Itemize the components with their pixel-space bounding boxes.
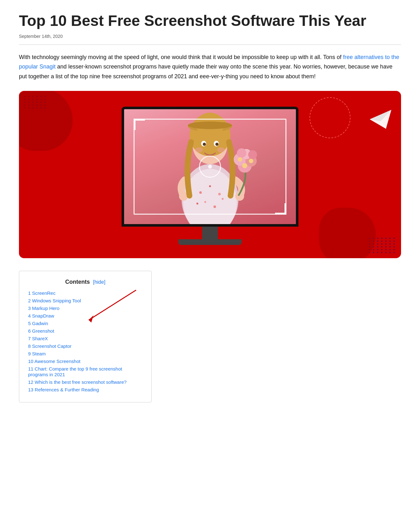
list-item: 11 Chart: Compare the top 9 free screens…	[28, 366, 142, 377]
list-item: 10 Awesome Screenshot	[28, 359, 142, 364]
list-item: 4 SnapDraw	[28, 313, 142, 319]
list-item: 8 Screenshot Captor	[28, 343, 142, 349]
contents-title-text: Contents	[65, 279, 90, 285]
monitor-base	[178, 239, 242, 245]
hero-banner	[19, 91, 401, 258]
list-item: 5 Gadwin	[28, 321, 142, 326]
monitor-neck	[202, 227, 218, 239]
contents-header: Contents [hide]	[28, 279, 142, 285]
contents-link-8[interactable]: 8 Screenshot Captor	[28, 343, 72, 349]
contents-link-3[interactable]: 3 Markup Hero	[28, 306, 59, 311]
monitor-camera-dot	[208, 226, 212, 227]
contents-hide-link[interactable]: [hide]	[93, 279, 105, 285]
monitor-stand	[122, 227, 298, 245]
intro-text-part1: With technology seemingly moving at the …	[19, 54, 343, 60]
list-item: 13 References & Further Reading	[28, 387, 142, 393]
monitor-screen	[122, 107, 298, 227]
contents-link-4[interactable]: 4 SnapDraw	[28, 313, 54, 318]
list-item: 7 ShareX	[28, 336, 142, 342]
list-item: 12 Which is the best free screenshot sof…	[28, 379, 142, 385]
contents-link-6[interactable]: 6 Greenshot	[28, 328, 54, 334]
contents-link-9[interactable]: 9 Steam	[28, 351, 46, 356]
screen-content	[124, 109, 296, 224]
contents-link-2[interactable]: 2 Windows Snipping Tool	[28, 298, 81, 303]
contents-link-5[interactable]: 5 Gadwin	[28, 321, 48, 326]
list-item: 6 Greenshot	[28, 328, 142, 334]
contents-link-13[interactable]: 13 References & Further Reading	[28, 387, 99, 392]
list-item: 2 Windows Snipping Tool	[28, 298, 142, 304]
list-item: 9 Steam	[28, 351, 142, 357]
article-date: September 14th, 2020	[19, 34, 401, 45]
monitor-bottom-bezel	[124, 224, 296, 227]
intro-text-part2: and lesser-known screenshot programs hav…	[19, 63, 393, 80]
target-circle	[199, 156, 221, 178]
contents-box: Contents [hide] 1 ScreenRec 2 Windows Sn…	[19, 271, 152, 402]
contents-link-1[interactable]: 1 ScreenRec	[28, 290, 56, 296]
list-item: 1 ScreenRec	[28, 290, 142, 296]
article-intro: With technology seemingly moving at the …	[19, 52, 401, 81]
monitor-display	[32, 100, 388, 245]
list-item: 3 Markup Hero	[28, 306, 142, 311]
monitor	[122, 107, 298, 245]
contents-link-7[interactable]: 7 ShareX	[28, 336, 48, 341]
contents-list: 1 ScreenRec 2 Windows Snipping Tool 3 Ma…	[28, 290, 142, 393]
contents-link-11[interactable]: 11 Chart: Compare the top 9 free screens…	[28, 366, 122, 377]
contents-link-12[interactable]: 12 Which is the best free screenshot sof…	[28, 379, 127, 385]
contents-link-10[interactable]: 10 Awesome Screenshot	[28, 359, 81, 364]
article-title: Top 10 Best Free Screenshot Software Thi…	[19, 13, 401, 29]
